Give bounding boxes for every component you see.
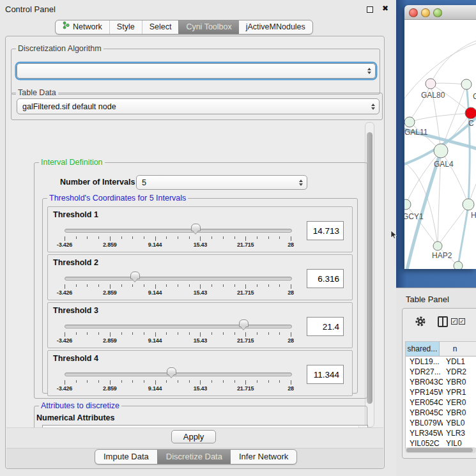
slider-tick bbox=[245, 332, 246, 337]
slider-tick bbox=[245, 236, 246, 241]
gear-icon[interactable] bbox=[415, 316, 426, 327]
cell-shared-name: YBL079W bbox=[406, 418, 443, 428]
cell-name: YPR1 bbox=[443, 387, 476, 397]
slider-tick-label: 28 bbox=[288, 242, 294, 248]
slider-tick-label: 2.859 bbox=[103, 242, 117, 248]
network-node[interactable] bbox=[463, 199, 474, 210]
tab-style[interactable]: Style bbox=[109, 20, 142, 34]
slider-tick bbox=[98, 284, 99, 287]
cell-name: YBL0 bbox=[443, 418, 476, 428]
slider-tick bbox=[245, 380, 246, 385]
threshold-value-field[interactable]: 11.344 bbox=[307, 365, 344, 384]
slider-tick bbox=[87, 380, 88, 383]
slider-tick bbox=[279, 236, 280, 239]
table-row[interactable]: YER054CYER0 bbox=[406, 397, 476, 408]
slider-tick-label: 21.715 bbox=[237, 289, 254, 296]
column-header-name[interactable]: n bbox=[440, 342, 476, 357]
cell-shared-name: YDR27... bbox=[406, 367, 443, 377]
slider-tick bbox=[155, 236, 156, 241]
apply-button[interactable]: Apply bbox=[171, 430, 216, 443]
tab-impute-data[interactable]: Impute Data bbox=[95, 450, 157, 464]
column-split-icon[interactable] bbox=[438, 316, 448, 327]
tab-infer-network[interactable]: Infer Network bbox=[231, 450, 296, 464]
network-node[interactable] bbox=[461, 79, 472, 89]
minimize-traffic-light-icon[interactable] bbox=[421, 8, 430, 17]
number-of-intervals-value: 5 bbox=[142, 178, 146, 187]
tab-jactivemnodules[interactable]: jActiveMNodules bbox=[239, 20, 312, 34]
network-node[interactable] bbox=[404, 117, 415, 127]
number-of-intervals-select[interactable]: 5 bbox=[136, 175, 307, 190]
table-data-select[interactable]: galFiltered.sif default node bbox=[17, 98, 380, 114]
tab-select[interactable]: Select bbox=[142, 20, 179, 34]
threshold-slider-track[interactable] bbox=[65, 325, 292, 328]
slider-tick bbox=[211, 236, 212, 239]
desktop-background: GAL80GACGAL11GAL4GCY1HHAP2 bbox=[396, 0, 476, 288]
tab-label: Impute Data bbox=[104, 450, 149, 464]
apply-bar: Apply bbox=[6, 427, 383, 449]
slider-tick-label: -3.426 bbox=[57, 289, 72, 296]
zoom-traffic-light-icon[interactable] bbox=[433, 8, 442, 17]
slider-tick bbox=[291, 284, 291, 289]
table-panel: Table Panel ✓ ✓ shared... n YDL19...YDL1… bbox=[396, 288, 476, 476]
table-row[interactable]: YDR27...YDR2 bbox=[406, 367, 476, 377]
column-header-shared-name[interactable]: shared... bbox=[406, 342, 440, 357]
table-row[interactable]: YBR045CYBR0 bbox=[406, 408, 476, 418]
threshold-slider-track[interactable] bbox=[65, 277, 292, 280]
float-window-icon[interactable] bbox=[367, 6, 373, 13]
tab-label: Cyni Toolbox bbox=[186, 20, 231, 34]
slider-tick bbox=[189, 284, 190, 287]
table-row[interactable]: YBL079WYBL0 bbox=[406, 418, 476, 428]
network-node-label: GAL11 bbox=[404, 128, 428, 137]
network-node[interactable] bbox=[404, 199, 411, 210]
checkbox-icon[interactable]: ✓ bbox=[459, 318, 465, 325]
table-row[interactable]: YBR043CYBR0 bbox=[406, 377, 476, 387]
threshold-slider-thumb[interactable] bbox=[191, 224, 201, 231]
threshold-slider-track[interactable] bbox=[65, 372, 292, 376]
threshold-slider-thumb[interactable] bbox=[239, 319, 249, 327]
close-icon[interactable]: ✖ bbox=[382, 4, 388, 13]
tab-network[interactable]: Network bbox=[56, 20, 109, 34]
threshold-value-field[interactable]: 14.713 bbox=[307, 221, 344, 240]
table-horizontal-scrollbar-thumb[interactable] bbox=[406, 448, 473, 452]
table-row[interactable]: YPR145WYPR1 bbox=[406, 387, 476, 397]
slider-tick bbox=[200, 284, 201, 289]
threshold-slider-thumb[interactable] bbox=[130, 272, 140, 279]
slider-tick bbox=[166, 332, 167, 335]
tab-label: Infer Network bbox=[239, 450, 288, 464]
network-window: GAL80GACGAL11GAL4GCY1HHAP2 bbox=[404, 5, 476, 269]
bottom-tabs: Impute DataDiscretize DataInfer Network bbox=[95, 449, 297, 464]
slider-tick bbox=[189, 380, 190, 383]
slider-tick bbox=[65, 236, 65, 241]
close-traffic-light-icon[interactable] bbox=[409, 8, 418, 17]
slider-tick bbox=[178, 236, 178, 239]
slider-tick bbox=[76, 380, 77, 383]
cell-shared-name: YBR043C bbox=[406, 377, 443, 387]
network-node[interactable] bbox=[465, 107, 476, 119]
interval-definition-group: Interval Definition Number of Intervals … bbox=[34, 162, 367, 399]
tab-cyni-toolbox[interactable]: Cyni Toolbox bbox=[178, 20, 238, 34]
network-node[interactable] bbox=[454, 261, 463, 269]
slider-tick bbox=[223, 332, 224, 335]
slider-tick bbox=[65, 332, 65, 337]
slider-tick bbox=[211, 380, 212, 383]
table-row[interactable]: YLR345WYLR3 bbox=[406, 428, 476, 438]
threshold-slider-track[interactable] bbox=[65, 229, 292, 233]
network-view[interactable]: GAL80GACGAL11GAL4GCY1HHAP2 bbox=[404, 20, 476, 269]
network-node[interactable] bbox=[434, 144, 448, 158]
threshold-value-field[interactable]: 6.316 bbox=[307, 269, 344, 288]
slider-tick bbox=[279, 380, 280, 383]
checkbox-icon[interactable]: ✓ bbox=[451, 318, 457, 325]
threshold-slider-thumb[interactable] bbox=[167, 367, 176, 375]
network-node[interactable] bbox=[433, 242, 442, 250]
threshold-panel-2: Threshold 2-3.4262.8599.14415.4321.71528… bbox=[47, 254, 353, 300]
table-row[interactable]: YDL19...YDL1 bbox=[406, 357, 476, 367]
algorithm-select[interactable] bbox=[17, 63, 376, 79]
threshold-value-field[interactable]: 21.4 bbox=[307, 317, 344, 336]
number-of-intervals-label: Number of Intervals bbox=[60, 178, 135, 187]
table-horizontal-scrollbar[interactable] bbox=[405, 447, 476, 453]
settings-panel: Discretization Algorithm Table Data galF… bbox=[5, 36, 385, 469]
tab-discretize-data[interactable]: Discretize Data bbox=[157, 450, 231, 464]
slider-tick bbox=[223, 380, 224, 383]
network-node[interactable] bbox=[426, 79, 436, 89]
slider-tick-label: 2.859 bbox=[103, 337, 117, 344]
